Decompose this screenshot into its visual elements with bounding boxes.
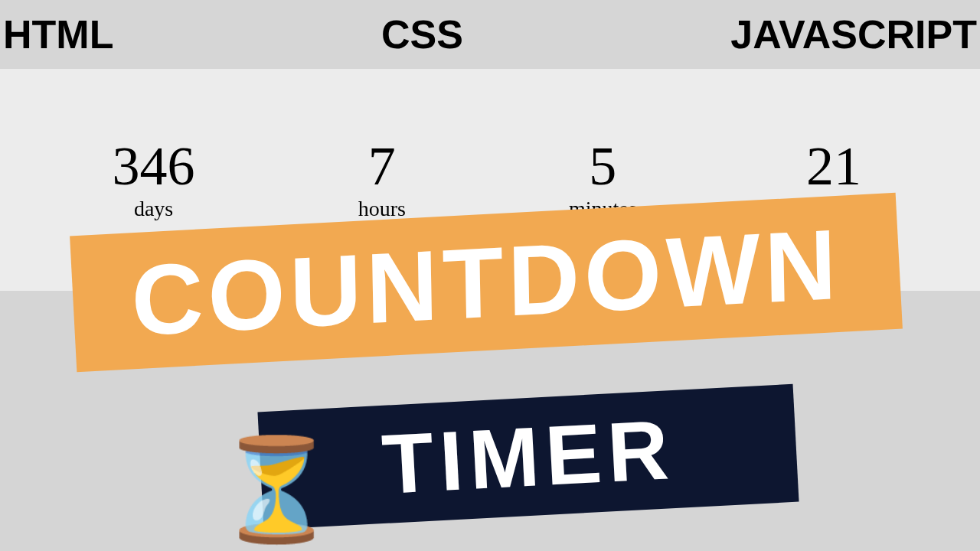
header-bar: HTML CSS JAVASCRIPT bbox=[0, 0, 980, 69]
header-tech-css: CSS bbox=[381, 11, 463, 57]
countdown-days: 346 days bbox=[113, 139, 195, 221]
header-tech-js: JAVASCRIPT bbox=[730, 11, 977, 57]
countdown-hours: 7 hours bbox=[358, 139, 406, 221]
hours-value: 7 bbox=[368, 139, 396, 194]
days-value: 346 bbox=[113, 139, 195, 194]
subtitle-block: TIMER bbox=[257, 384, 799, 530]
title-line1: COUNTDOWN bbox=[109, 213, 864, 352]
header-tech-html: HTML bbox=[3, 11, 113, 57]
days-label: days bbox=[134, 197, 173, 221]
title-line2: TIMER bbox=[296, 403, 762, 510]
hours-label: hours bbox=[358, 197, 406, 221]
hourglass-icon: ⏳ bbox=[214, 440, 338, 540]
seconds-value: 21 bbox=[806, 139, 861, 194]
minutes-value: 5 bbox=[589, 139, 616, 194]
